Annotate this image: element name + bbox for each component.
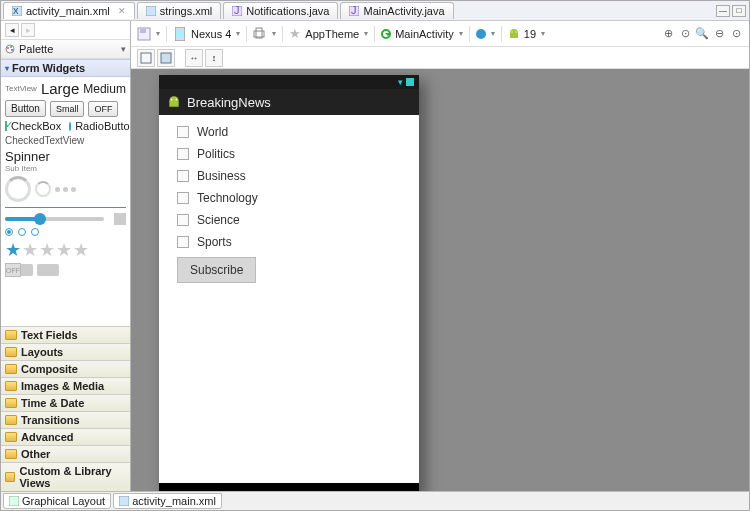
status-bar: ▾: [159, 75, 419, 89]
orientation-icon[interactable]: [253, 27, 267, 41]
tab-xml-source[interactable]: activity_main.xml: [113, 493, 222, 509]
folder-icon: [5, 432, 17, 442]
tab-activity-main[interactable]: x activity_main.xml ✕: [3, 2, 135, 19]
android-icon: [508, 28, 520, 40]
checkbox-world[interactable]: World: [177, 125, 401, 139]
star-icon: ★: [73, 239, 89, 261]
palette-section-form-widgets[interactable]: ▾ Form Widgets: [1, 59, 130, 77]
zoom-in-icon[interactable]: 🔍: [695, 27, 709, 41]
folder-text-fields[interactable]: Text Fields: [1, 326, 130, 343]
navigation-bar: ⟵ ⬠ ☐: [159, 483, 419, 491]
svg-rect-20: [161, 53, 171, 63]
palette-textview-sizes[interactable]: TextView Large Medium Small: [5, 80, 126, 97]
palette-ratingbar[interactable]: ★ ★ ★ ★ ★: [5, 239, 126, 261]
zoom-reset-icon[interactable]: ⊙: [729, 27, 743, 41]
layout-content[interactable]: World Politics Business Technology Scien…: [159, 115, 419, 293]
layout-icon: [9, 496, 19, 506]
palette-radio-group[interactable]: [5, 228, 126, 236]
view-outline-button[interactable]: [157, 49, 175, 67]
api-selector[interactable]: 19: [524, 28, 536, 40]
palette-progress[interactable]: [5, 176, 126, 202]
checkbox-science[interactable]: Science: [177, 213, 401, 227]
checkbox-sports[interactable]: Sports: [177, 235, 401, 249]
spinner-small-icon: [35, 181, 51, 197]
star-icon: ★: [5, 239, 21, 261]
palette-checkbox-radio[interactable]: CheckBox RadioButton: [5, 120, 126, 132]
section-label: Form Widgets: [12, 62, 85, 74]
chevron-down-icon[interactable]: ▾: [541, 29, 545, 38]
folder-custom-library[interactable]: Custom & Library Views: [1, 462, 130, 491]
folder-icon: [5, 364, 17, 374]
large-label: Large: [41, 80, 79, 97]
palette-seekbar[interactable]: [5, 213, 126, 225]
folder-label: Composite: [21, 363, 78, 375]
palette-spinner[interactable]: Spinner Sub Item: [5, 149, 126, 173]
folder-label: Images & Media: [21, 380, 104, 392]
activity-selector[interactable]: MainActivity: [395, 28, 454, 40]
checkbox-label: Politics: [197, 147, 235, 161]
java-file-icon: J: [232, 6, 242, 16]
spinner-label: Spinner: [5, 149, 126, 164]
svg-rect-14: [176, 29, 184, 38]
folder-other[interactable]: Other: [1, 445, 130, 462]
save-icon[interactable]: [137, 27, 151, 41]
close-icon[interactable]: ✕: [118, 6, 126, 16]
chevron-down-icon[interactable]: ▾: [236, 29, 240, 38]
checkedtextview-label[interactable]: CheckedTextView: [5, 135, 126, 146]
switch-icon: [37, 264, 59, 276]
folder-transitions[interactable]: Transitions: [1, 411, 130, 428]
zoom-actual-icon[interactable]: ⊙: [678, 27, 692, 41]
device-selector[interactable]: Nexus 4: [191, 28, 231, 40]
svg-text:x: x: [13, 6, 19, 16]
toggle-width-button[interactable]: ↔: [185, 49, 203, 67]
chevron-down-icon[interactable]: ▾: [491, 29, 495, 38]
tab-label: Notifications.java: [246, 5, 329, 17]
folder-composite[interactable]: Composite: [1, 360, 130, 377]
radio-icon: [69, 122, 71, 131]
star-icon: ★: [56, 239, 72, 261]
palette-icon: [5, 44, 15, 54]
zoom-fit-icon[interactable]: ⊕: [661, 27, 675, 41]
palette-fwd-button[interactable]: ▸: [21, 23, 35, 37]
zoom-out-icon[interactable]: ⊖: [712, 27, 726, 41]
minimize-button[interactable]: —: [716, 5, 730, 17]
radiobutton-label: RadioButton: [75, 120, 130, 132]
tab-mainactivity[interactable]: J MainActivity.java: [340, 2, 453, 19]
palette-header[interactable]: Palette ▾: [1, 39, 130, 59]
locale-icon[interactable]: [476, 29, 486, 39]
folder-time-date[interactable]: Time & Date: [1, 394, 130, 411]
svg-point-10: [11, 49, 13, 51]
svg-point-7: [6, 45, 14, 53]
view-normal-button[interactable]: [137, 49, 155, 67]
folder-layouts[interactable]: Layouts: [1, 343, 130, 360]
chevron-down-icon[interactable]: ▾: [364, 29, 368, 38]
tab-graphical-layout[interactable]: Graphical Layout: [3, 493, 111, 509]
chevron-down-icon[interactable]: ▾: [156, 29, 160, 38]
design-subtoolbar: ↔ ↕: [131, 47, 749, 69]
toggle-height-button[interactable]: ↕: [205, 49, 223, 67]
device-icon[interactable]: [173, 27, 187, 41]
checkbox-technology[interactable]: Technology: [177, 191, 401, 205]
svg-point-21: [171, 99, 173, 101]
chevron-down-icon[interactable]: ▾: [459, 29, 463, 38]
maximize-button[interactable]: □: [732, 5, 746, 17]
checkbox-politics[interactable]: Politics: [177, 147, 401, 161]
button-widget: Button: [5, 100, 46, 117]
folder-advanced[interactable]: Advanced: [1, 428, 130, 445]
folder-images-media[interactable]: Images & Media: [1, 377, 130, 394]
palette-buttons[interactable]: Button Small OFF: [5, 100, 126, 117]
progress-bar-widget[interactable]: [5, 207, 126, 208]
chevron-down-icon[interactable]: ▾: [272, 29, 276, 38]
theme-selector[interactable]: AppTheme: [305, 28, 359, 40]
tab-notifications[interactable]: J Notifications.java: [223, 2, 338, 19]
home-icon[interactable]: ⬠: [287, 489, 300, 491]
bottom-tab-bar: Graphical Layout activity_main.xml: [1, 491, 749, 510]
design-surface[interactable]: ▾ BreakingNews World Politics Business T…: [131, 69, 749, 491]
subscribe-button[interactable]: Subscribe: [177, 257, 256, 283]
back-icon[interactable]: ⟵: [221, 489, 243, 491]
tab-strings[interactable]: strings.xml: [137, 2, 222, 19]
palette-back-button[interactable]: ◂: [5, 23, 19, 37]
recents-icon[interactable]: ☐: [344, 489, 357, 491]
palette-switch[interactable]: OFF: [5, 264, 126, 276]
checkbox-business[interactable]: Business: [177, 169, 401, 183]
